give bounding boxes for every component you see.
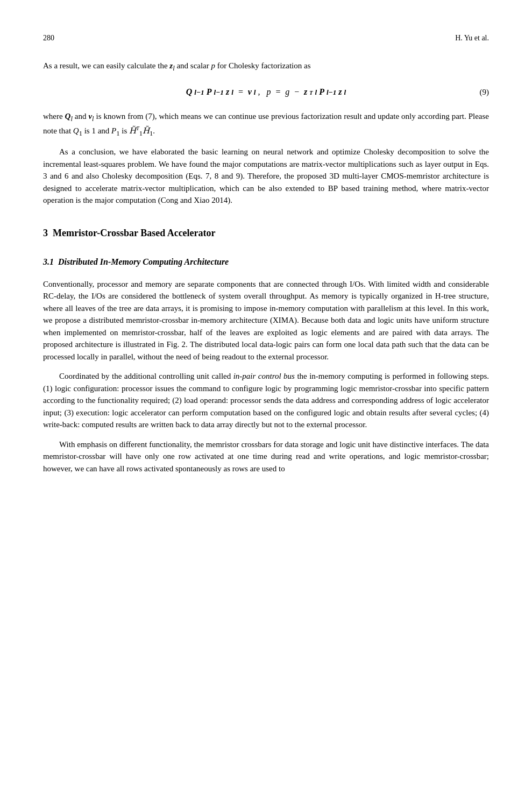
section-31-number: 3.1 (43, 257, 58, 266)
ref-fig2[interactable]: 2 (182, 340, 186, 349)
ref-7[interactable]: 7 (148, 112, 152, 121)
intro-text: As a result, we can easily calculate the… (43, 60, 489, 74)
equation-9: Ql−1Pl−1zl = vl, p = g − zTlPl−1zl (9) (43, 86, 489, 98)
section-3-heading: 3 Memristor-Crossbar Based Accelerator (43, 226, 489, 240)
ref-9[interactable]: 9 (236, 172, 240, 180)
para-2: Coordinated by the additional controllin… (43, 370, 489, 431)
section-31-title: Distributed In-Memory Computing Architec… (58, 257, 229, 266)
equation-9-number: (9) (480, 86, 490, 98)
para-3: With emphasis on different functionality… (43, 438, 489, 475)
section-31-heading: 3.1 Distributed In-Memory Computing Arch… (43, 256, 489, 268)
section-3-number: 3 (43, 228, 53, 238)
intro-text-start: As a result, we can easily calculate the… (43, 61, 310, 70)
equation-9-content: Ql−1Pl−1zl = vl, p = g − zTlPl−1zl (186, 86, 346, 98)
ref-3[interactable]: 3 (43, 172, 47, 180)
ref-6[interactable]: 6 (65, 172, 69, 180)
ref-8[interactable]: 8 (215, 172, 219, 180)
ref-2014[interactable]: 2014 (211, 196, 228, 204)
page-header: 280 H. Yu et al. (43, 32, 489, 44)
ref-7b[interactable]: 7 (205, 172, 210, 180)
para-1: Conventionally, processor and memory are… (43, 278, 489, 363)
section-3-title: Memristor-Crossbar Based Accelerator (53, 228, 216, 238)
conclusion-paragraph: As a conclusion, we have elaborated the … (43, 146, 489, 207)
where-paragraph: where Ql and vl is known from (7), which… (43, 110, 489, 139)
page-author: H. Yu et al. (455, 32, 489, 44)
page-number: 280 (43, 32, 54, 44)
page: 280 H. Yu et al. As a result, we can eas… (0, 0, 532, 807)
